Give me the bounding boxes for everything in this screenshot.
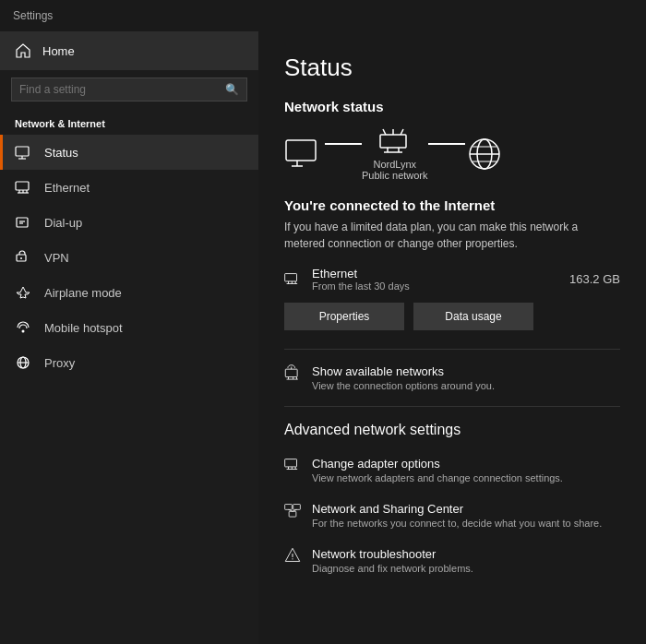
svg-rect-32 xyxy=(285,273,297,280)
ethernet-sub: From the last 30 days xyxy=(312,280,558,292)
troubleshooter-icon xyxy=(284,547,301,564)
adapter-options-info: Change adapter options View network adap… xyxy=(312,457,563,483)
show-networks-row[interactable]: Show available networks View the connect… xyxy=(284,355,620,400)
sidebar-item-dialup[interactable]: Dial-up xyxy=(0,205,258,240)
sidebar-item-dialup-label: Dial-up xyxy=(44,216,82,230)
title-bar: Settings xyxy=(0,0,646,31)
divider-2 xyxy=(284,406,620,407)
adapter-options-title: Change adapter options xyxy=(312,457,563,471)
sidebar-item-home[interactable]: Home xyxy=(0,31,258,70)
status-icon xyxy=(15,144,31,161)
content-area: Status Network status xyxy=(258,31,646,644)
sidebar-item-vpn[interactable]: VPN xyxy=(0,240,258,275)
svg-rect-8 xyxy=(17,218,28,227)
sidebar-item-vpn-label: VPN xyxy=(44,251,69,265)
show-networks-info: Show available networks View the connect… xyxy=(312,364,495,391)
diagram-globe xyxy=(465,135,504,173)
svg-line-23 xyxy=(401,129,403,135)
sidebar-item-status-label: Status xyxy=(44,146,78,160)
troubleshooter-sub: Diagnose and fix network problems. xyxy=(312,563,473,574)
svg-rect-17 xyxy=(286,140,316,161)
sidebar-item-airplane[interactable]: Airplane mode xyxy=(0,275,258,310)
home-label: Home xyxy=(42,44,75,58)
diagram-line-2 xyxy=(428,143,465,145)
network-diagram: NordLynx Public network xyxy=(284,127,620,181)
svg-rect-37 xyxy=(285,369,297,376)
ethernet-info: Ethernet From the last 30 days xyxy=(312,267,558,292)
sidebar-item-ethernet[interactable]: Ethernet xyxy=(0,170,258,205)
sidebar-item-proxy[interactable]: Proxy xyxy=(0,345,258,380)
ethernet-data-usage: 163.2 GB xyxy=(569,272,620,286)
data-usage-button[interactable]: Data usage xyxy=(413,303,533,330)
hotspot-icon xyxy=(15,319,31,336)
networks-icon xyxy=(284,364,301,381)
sharing-icon xyxy=(284,502,301,519)
svg-point-13 xyxy=(22,330,25,333)
search-icon: 🔍 xyxy=(225,83,239,96)
diagram-network-label: NordLynx Public network xyxy=(362,159,428,181)
svg-rect-3 xyxy=(16,182,29,190)
show-networks-title: Show available networks xyxy=(312,364,495,378)
sidebar-item-hotspot-label: Mobile hotspot xyxy=(44,321,123,335)
sharing-center-title: Network and Sharing Center xyxy=(312,502,602,516)
sharing-center-row[interactable]: Network and Sharing Center For the netwo… xyxy=(284,493,620,538)
search-input[interactable] xyxy=(19,83,220,96)
svg-rect-20 xyxy=(380,135,406,148)
page-title: Status xyxy=(284,54,620,82)
svg-point-55 xyxy=(292,558,293,559)
sidebar-item-hotspot[interactable]: Mobile hotspot xyxy=(0,310,258,345)
ethernet-status-icon xyxy=(284,271,301,288)
sidebar-item-status[interactable]: Status xyxy=(0,135,258,170)
troubleshooter-info: Network troubleshooter Diagnose and fix … xyxy=(312,547,473,574)
connected-message: You're connected to the Internet xyxy=(284,197,620,213)
troubleshooter-row[interactable]: Network troubleshooter Diagnose and fix … xyxy=(284,538,620,583)
connected-submessage: If you have a limited data plan, you can… xyxy=(284,219,620,252)
svg-rect-43 xyxy=(285,459,297,467)
sidebar: Home 🔍 Network & Internet Status xyxy=(0,31,258,644)
diagram-computer xyxy=(284,138,325,170)
ethernet-row: Ethernet From the last 30 days 163.2 GB xyxy=(284,267,620,292)
svg-rect-49 xyxy=(293,505,301,510)
advanced-title: Advanced network settings xyxy=(284,422,620,438)
adapter-icon xyxy=(284,457,301,473)
sidebar-item-proxy-label: Proxy xyxy=(44,356,75,370)
divider-1 xyxy=(284,349,620,350)
ethernet-name: Ethernet xyxy=(312,267,558,280)
adapter-options-sub: View network adapters and change connect… xyxy=(312,472,563,483)
svg-line-21 xyxy=(383,129,386,135)
svg-rect-0 xyxy=(16,147,29,156)
dialup-icon xyxy=(15,214,31,231)
vpn-icon xyxy=(15,249,31,266)
sidebar-item-ethernet-label: Ethernet xyxy=(44,181,90,195)
svg-point-12 xyxy=(20,257,22,259)
sharing-center-info: Network and Sharing Center For the netwo… xyxy=(312,502,602,529)
sidebar-item-airplane-label: Airplane mode xyxy=(44,286,122,300)
troubleshooter-title: Network troubleshooter xyxy=(312,547,473,561)
airplane-icon xyxy=(15,284,31,301)
diagram-line-1 xyxy=(325,143,362,145)
app-title: Settings xyxy=(13,9,53,22)
svg-rect-50 xyxy=(289,511,296,517)
svg-rect-48 xyxy=(285,505,293,510)
diagram-router: NordLynx Public network xyxy=(362,127,428,181)
properties-button[interactable]: Properties xyxy=(284,303,404,330)
sidebar-section-label: Network & Internet xyxy=(0,109,258,135)
proxy-icon xyxy=(15,354,31,371)
ethernet-icon xyxy=(15,179,31,196)
show-networks-sub: View the connection options around you. xyxy=(312,380,495,391)
action-buttons: Properties Data usage xyxy=(284,303,620,330)
search-box[interactable]: 🔍 xyxy=(11,78,247,101)
sharing-center-sub: For the networks you connect to, decide … xyxy=(312,518,602,529)
network-status-title: Network status xyxy=(284,99,620,114)
adapter-options-row[interactable]: Change adapter options View network adap… xyxy=(284,447,620,493)
home-icon xyxy=(15,42,31,59)
